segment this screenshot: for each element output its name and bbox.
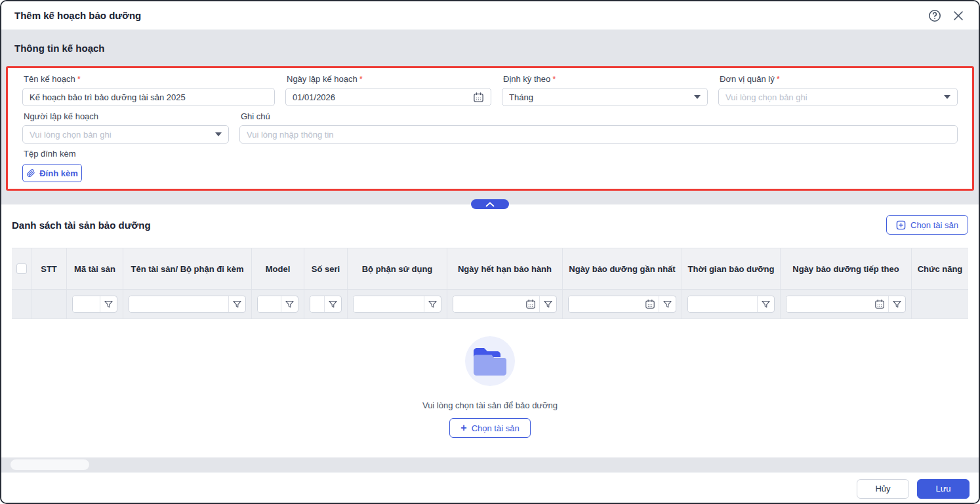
close-icon[interactable] [951, 9, 966, 23]
filter-group-ten-tai-san [129, 296, 246, 313]
management-unit-select[interactable] [718, 88, 958, 106]
choose-asset-button-top[interactable]: Chọn tài sản [886, 215, 968, 235]
column-header-bd-gan-nhat: Ngày bảo dưỡng gần nhất [563, 248, 682, 289]
help-icon[interactable] [928, 9, 942, 23]
filter-funnel-icon[interactable] [100, 296, 117, 312]
calendar-icon[interactable] [645, 299, 659, 309]
horizontal-scrollbar[interactable] [1, 457, 979, 472]
filter-cell-bo-phan [348, 290, 447, 319]
column-header-stt: STT [31, 248, 67, 289]
period-select[interactable] [502, 88, 708, 106]
save-button[interactable]: Lưu [917, 479, 970, 499]
field-note: Ghi chú [239, 109, 958, 144]
column-header-so-seri: Số seri [304, 248, 348, 289]
select-all-checkbox[interactable] [16, 263, 27, 274]
required-asterisk: * [359, 74, 363, 84]
plan-name-input[interactable] [30, 92, 268, 102]
modal-title: Thêm kế hoạch bảo dưỡng [14, 10, 918, 21]
paperclip-icon [26, 168, 35, 178]
filter-input-bd-gan-nhat[interactable] [569, 296, 645, 312]
planner-label: Người lập kế hoạch [22, 109, 229, 125]
plan-info-title: Thông tin kế hoạch [1, 30, 979, 62]
required-asterisk: * [777, 74, 780, 84]
note-label: Ghi chú [239, 109, 958, 125]
filter-cell-stt [31, 290, 67, 319]
calendar-icon[interactable] [525, 299, 539, 309]
filter-cell-bd-gan-nhat [563, 290, 682, 319]
asset-table: STTMã tài sảnTên tài sản/ Bộ phận đi kèm… [12, 248, 968, 319]
filter-group-bo-phan [353, 296, 441, 313]
filter-funnel-icon[interactable] [424, 296, 441, 312]
filter-cell-bd-tiep-theo [781, 290, 912, 319]
field-management-unit: Đơn vị quản lý* [718, 71, 958, 106]
cancel-button[interactable]: Hủy [857, 479, 909, 499]
modal-footer: Hủy Lưu [1, 472, 979, 504]
filter-cell-ma-tai-san [67, 290, 123, 319]
filter-cell-so-seri [304, 290, 348, 319]
filter-input-bd-tiep-theo[interactable] [786, 296, 874, 312]
column-header-ma-tai-san: Mã tài sản [67, 248, 123, 289]
asset-list-section: Danh sách tài sản bảo dưỡng Chọn tài sản… [1, 204, 979, 457]
calendar-icon[interactable] [874, 299, 888, 309]
filter-cell-het-han-bh [447, 290, 563, 319]
calendar-icon[interactable] [473, 92, 484, 103]
required-asterisk: * [77, 74, 81, 84]
field-plan-name: Tên kế hoạch* [22, 71, 275, 106]
filter-group-model [257, 296, 298, 313]
attachment-label: Tệp đính kèm [22, 146, 82, 163]
filter-group-ma-tai-san [72, 296, 117, 313]
filter-cell-chuc-nang [912, 290, 968, 319]
empty-folder-icon [465, 336, 515, 386]
plus-icon: + [460, 423, 466, 433]
horizontal-scrollbar-thumb[interactable] [10, 459, 89, 470]
note-input[interactable] [247, 130, 950, 140]
filter-input-model[interactable] [258, 296, 281, 312]
filter-input-het-han-bh[interactable] [453, 296, 525, 312]
filter-input-ma-tai-san[interactable] [73, 296, 100, 312]
filter-funnel-icon[interactable] [324, 296, 341, 312]
column-header-thoi-gian-bd: Thời gian bảo dưỡng [682, 248, 781, 289]
filter-input-bo-phan[interactable] [354, 296, 424, 312]
plan-form-highlighted: Tên kế hoạch* Ngày lập kế hoạch* [6, 66, 974, 191]
created-date-label: Ngày lập kế hoạch [287, 74, 357, 84]
field-planner: Người lập kế hoạch [22, 109, 229, 144]
filter-funnel-icon[interactable] [281, 296, 298, 312]
modal-titlebar: Thêm kế hoạch bảo dưỡng [1, 1, 979, 30]
column-header-select [12, 248, 31, 289]
filter-cell-select [12, 290, 31, 319]
column-header-bd-tiep-theo: Ngày bảo dưỡng tiếp theo [781, 248, 912, 289]
filter-group-so-seri [310, 296, 342, 313]
filter-group-het-han-bh [453, 296, 557, 313]
period-label: Định kỳ theo [503, 74, 550, 84]
filter-input-so-seri[interactable] [310, 296, 324, 312]
required-asterisk: * [552, 74, 556, 84]
filter-funnel-icon[interactable] [228, 296, 245, 312]
asset-table-header-row: STTMã tài sảnTên tài sản/ Bộ phận đi kèm… [12, 248, 968, 289]
column-header-chuc-nang: Chức năng [912, 248, 968, 289]
filter-funnel-icon[interactable] [659, 296, 676, 312]
chevron-down-icon [694, 95, 701, 99]
collapse-section-button[interactable] [471, 199, 509, 209]
attach-button[interactable]: Đính kèm [22, 164, 82, 182]
filter-group-bd-gan-nhat [568, 296, 676, 313]
filter-cell-thoi-gian-bd [682, 290, 781, 319]
filter-funnel-icon[interactable] [888, 296, 905, 312]
planner-select[interactable] [22, 125, 229, 144]
field-attachment: Tệp đính kèm Đính kèm [22, 146, 82, 182]
filter-funnel-icon[interactable] [539, 296, 556, 312]
created-date-input[interactable] [293, 92, 468, 102]
choose-asset-button-empty[interactable]: + Chọn tài sản [449, 418, 530, 438]
asset-list-title: Danh sách tài sản bảo dưỡng [12, 220, 886, 231]
filter-funnel-icon[interactable] [757, 296, 774, 312]
chevron-down-icon [944, 95, 950, 99]
filter-input-thoi-gian-bd[interactable] [688, 296, 757, 312]
filter-cell-model [252, 290, 304, 319]
column-header-bo-phan: Bộ phận sử dụng [348, 248, 447, 289]
column-header-model: Model [252, 248, 304, 289]
column-header-ten-tai-san: Tên tài sản/ Bộ phận đi kèm [123, 248, 252, 289]
plan-name-label: Tên kế hoạch [24, 74, 75, 84]
chevron-down-icon [215, 132, 222, 136]
filter-input-ten-tai-san[interactable] [129, 296, 228, 312]
filter-group-bd-tiep-theo [786, 296, 906, 313]
field-period: Định kỳ theo* [502, 71, 708, 106]
